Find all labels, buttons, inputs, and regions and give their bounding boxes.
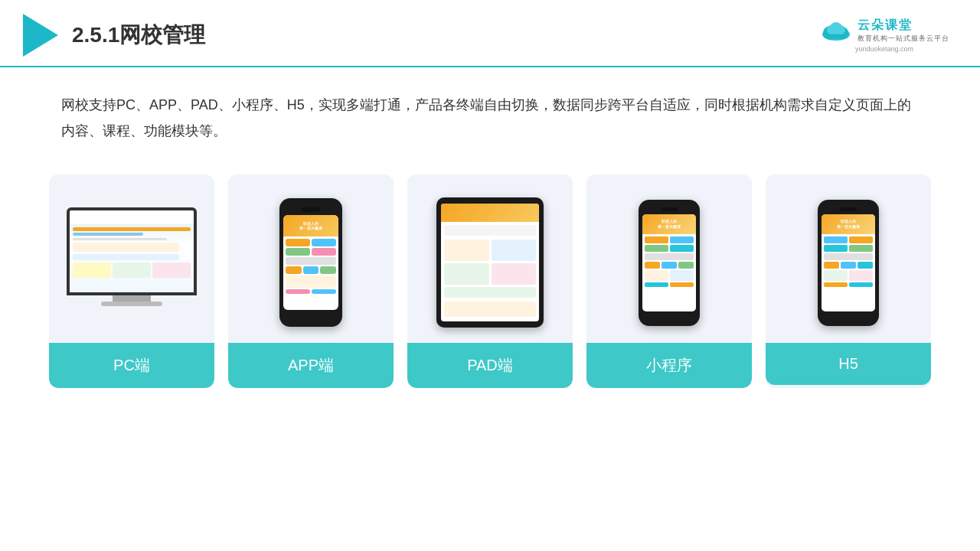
card-pad: PAD端: [407, 174, 573, 388]
ipad-screen: [441, 204, 539, 321]
header-left: 2.5.1网校管理: [23, 14, 205, 57]
phone-mini-icon: 职进人的第一堂兴趣课: [639, 200, 700, 326]
card-label-app: APP端: [228, 343, 394, 388]
svg-point-5: [827, 25, 836, 34]
card-label-pc: PC端: [49, 343, 214, 388]
phone-mini-notch: [661, 207, 678, 211]
phone-h5-screen: 职进人的第一堂兴趣课: [822, 214, 875, 311]
header-right: 云朵课堂 教育机构一站式服务云平台 yunduoketang.com: [819, 18, 949, 53]
brand-tagline: 教育机构一站式服务云平台: [858, 34, 949, 44]
page-title: 2.5.1网校管理: [72, 21, 205, 50]
brand-url: yunduoketang.com: [855, 45, 913, 53]
phone-icon: 职进人的第一堂兴趣课: [279, 198, 342, 327]
card-label-pad: PAD端: [407, 343, 573, 388]
card-image-app: 职进人的第一堂兴趣课: [228, 174, 394, 343]
header: 2.5.1网校管理 云朵课堂 教育机构一站式服务云平台 yunduoketang…: [0, 0, 980, 67]
card-image-pc: [49, 174, 214, 343]
card-image-miniapp: 职进人的第一堂兴趣课: [586, 174, 752, 343]
brand-logo: 云朵课堂 教育机构一站式服务云平台: [819, 18, 949, 44]
card-pc: PC端: [49, 174, 214, 388]
cloud-icon: [819, 19, 853, 42]
phone-notch: [302, 207, 320, 212]
card-label-miniapp: 小程序: [586, 343, 752, 388]
card-miniapp: 职进人的第一堂兴趣课: [586, 174, 752, 388]
phone-h5-notch: [840, 207, 857, 211]
description-text: 网校支持PC、APP、PAD、小程序、H5，实现多端打通，产品各终端自由切换，数…: [0, 67, 980, 152]
brand-text-area: 云朵课堂 教育机构一站式服务云平台: [858, 18, 949, 44]
logo-triangle-icon: [23, 14, 58, 57]
pc-monitor-icon: [67, 207, 197, 318]
svg-point-6: [836, 25, 845, 34]
card-image-pad: [407, 174, 573, 343]
card-image-h5: 职进人的第一堂兴趣课: [766, 174, 931, 343]
card-label-h5: H5: [766, 343, 931, 385]
cards-container: PC端 职进人的第一堂兴趣课: [0, 152, 980, 411]
phone-mini-screen: 职进人的第一堂兴趣课: [642, 214, 696, 311]
card-app: 职进人的第一堂兴趣课: [228, 174, 394, 388]
ipad-icon: [436, 197, 544, 328]
phone-screen: 职进人的第一堂兴趣课: [283, 215, 338, 310]
brand-name: 云朵课堂: [858, 18, 949, 34]
card-h5: 职进人的第一堂兴趣课: [766, 174, 931, 388]
phone-h5-icon: 职进人的第一堂兴趣课: [818, 200, 879, 326]
